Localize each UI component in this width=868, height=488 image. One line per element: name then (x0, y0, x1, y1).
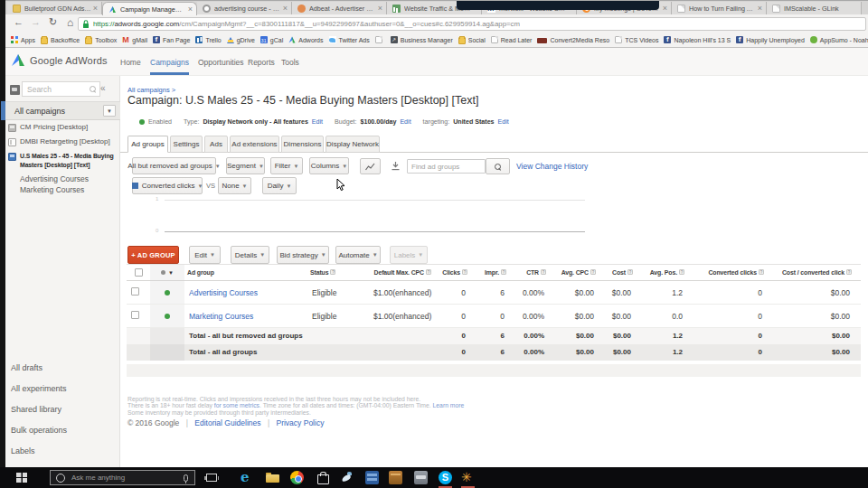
col-cost[interactable]: Cost? (599, 265, 636, 281)
edit-budget-link[interactable]: Edit (400, 118, 410, 126)
nav-reports[interactable]: Reports (248, 58, 275, 67)
sidebar-campaign-selected[interactable]: U.S Males 25 - 45 - Media Buying Masters… (5, 152, 120, 169)
refresh-icon[interactable]: ↻ (49, 16, 57, 28)
breadcrumb[interactable]: All campaigns > (127, 86, 175, 94)
close-icon[interactable]: × (93, 5, 98, 13)
download-button[interactable] (386, 158, 405, 174)
tab-display-network[interactable]: Display Network (326, 136, 380, 153)
tab-dimensions[interactable]: Dimensions (281, 136, 324, 153)
tab-settings[interactable]: Settings (170, 136, 203, 153)
help-icon[interactable]: ? (679, 269, 684, 275)
browser-tab[interactable]: Adbeat - Advertiser Profi × (292, 2, 387, 15)
bookmark[interactable]: Convert2Media Reso (537, 37, 609, 43)
tab-ad-groups[interactable]: Ad groups (127, 136, 168, 153)
interval-dropdown[interactable]: Daily▼ (262, 177, 297, 194)
task-view-button[interactable] (206, 474, 217, 482)
row-checkbox[interactable] (127, 305, 150, 328)
sidebar-adgroup[interactable]: Advertising Courses (20, 174, 89, 183)
media-app-icon[interactable] (414, 471, 428, 484)
edit-dropdown[interactable]: Edit▼ (189, 246, 221, 264)
bookmark[interactable]: gDrive (227, 37, 255, 43)
compare-dropdown[interactable]: None▼ (218, 177, 251, 194)
chevron-down-icon[interactable]: ▼ (103, 105, 116, 117)
row-status-dot[interactable] (150, 305, 184, 328)
sidebar-search-input[interactable] (22, 81, 100, 97)
help-icon[interactable]: ? (846, 269, 852, 275)
learn-more-link[interactable]: Learn more (433, 402, 465, 408)
close-icon[interactable]: × (188, 5, 193, 14)
help-icon[interactable]: ? (426, 269, 431, 275)
col-clicks[interactable]: Clicks? (434, 265, 470, 281)
chrome-icon[interactable] (290, 471, 304, 484)
browser-tab[interactable]: Bulletproof GDN Ads Ski × (7, 2, 102, 15)
close-icon[interactable]: × (758, 5, 762, 13)
bookmark[interactable]: Napoleon Hill's 13 S (664, 36, 731, 43)
find-search-button[interactable] (486, 158, 510, 174)
edge-icon[interactable]: e (241, 471, 254, 484)
ad-group-link[interactable]: Advertising Courses (189, 288, 258, 297)
url-bar[interactable]: https://adwords.google.com/cm/CampaignMg… (78, 17, 866, 31)
sidebar-campaign[interactable]: DMBI Retargeting [Desktop] (5, 137, 120, 147)
bookmark[interactable]: Toolbox (85, 36, 117, 44)
col-impr[interactable]: Impr.? (470, 265, 509, 281)
for-some-metrics-link[interactable]: for some metrics (214, 402, 259, 408)
bookmark[interactable]: gMail (122, 36, 147, 43)
nav-campaigns[interactable]: Campaigns (150, 58, 189, 75)
bookmark[interactable]: TCS Videos (615, 36, 658, 43)
bookmark[interactable]: Business Manager (391, 36, 453, 43)
back-icon[interactable]: ← (14, 16, 24, 27)
col-status[interactable]: Status? (307, 265, 369, 281)
help-icon[interactable]: ? (759, 269, 764, 275)
filter-dropdown[interactable]: Filter▼ (270, 157, 303, 174)
bookmark[interactable]: Trello (195, 36, 221, 43)
archive-app-icon[interactable] (389, 471, 402, 484)
browser-tab[interactable]: IMScalable - GLink (767, 2, 862, 15)
file-explorer-icon[interactable] (266, 474, 279, 483)
bookmark[interactable]: Happily Unemployed (736, 36, 805, 43)
close-icon[interactable]: × (663, 5, 667, 13)
columns-dropdown[interactable]: Columns▼ (309, 157, 349, 174)
sidebar-campaign[interactable]: CM Pricing [Desktop] (5, 123, 120, 133)
tab-ad-extensions[interactable]: Ad extensions (230, 136, 279, 153)
skype-icon[interactable]: S (439, 471, 452, 484)
sidebar-adgroup[interactable]: Marketing Courses (20, 185, 84, 194)
windows-store-icon[interactable] (316, 471, 329, 484)
home-icon[interactable]: ⌂ (67, 16, 73, 29)
select-all-checkbox[interactable] (127, 265, 150, 281)
bird-app-icon[interactable] (340, 471, 354, 484)
sidebar-item-bulk-operations[interactable]: Bulk operations (11, 426, 67, 435)
add-ad-group-button[interactable]: + AD GROUP (127, 246, 179, 264)
help-icon[interactable]: ? (590, 269, 596, 275)
help-icon[interactable]: ? (501, 269, 506, 275)
col-default-max-cpc[interactable]: Default Max. CPC? (369, 265, 434, 281)
edit-targeting-link[interactable]: Edit (498, 118, 509, 126)
microphone-icon[interactable] (184, 474, 188, 482)
find-ad-groups-input[interactable] (407, 159, 486, 174)
bookmark[interactable]: Read Later (491, 36, 533, 43)
view-change-history-link[interactable]: View Change History (516, 162, 588, 171)
bookmark[interactable]: Fan Page (153, 36, 190, 43)
chart-toggle-button[interactable] (360, 158, 381, 174)
close-icon[interactable]: × (378, 5, 382, 13)
privacy-policy-link[interactable]: Privacy Policy (276, 418, 324, 427)
row-status-dot[interactable] (150, 281, 184, 305)
start-button[interactable] (16, 473, 27, 483)
bookmark[interactable] (375, 36, 385, 43)
nav-home[interactable]: Home (120, 58, 141, 67)
help-icon[interactable]: ? (330, 269, 335, 275)
metric-dropdown[interactable]: Converted clicks▼ (132, 177, 203, 194)
col-converted-clicks[interactable]: Converted clicks? (687, 265, 767, 281)
nav-tools[interactable]: Tools (281, 58, 299, 67)
taskbar-search-box[interactable]: Ask me anything (50, 470, 195, 485)
sidebar-folder-button[interactable] (10, 85, 20, 95)
sidebar-item-labels[interactable]: Labels (11, 446, 35, 455)
editorial-guidelines-link[interactable]: Editorial Guidelines (194, 418, 260, 427)
row-checkbox[interactable] (127, 281, 150, 305)
bookmark[interactable]: AppSumo - Noah Ka (810, 36, 868, 43)
bookmark[interactable]: Twitter Ads (329, 36, 370, 43)
all-campaigns-header[interactable]: All campaigns ▼ (5, 101, 120, 120)
bookmark[interactable]: Social (458, 36, 486, 44)
help-icon[interactable]: ? (627, 269, 633, 275)
help-icon[interactable]: ? (462, 269, 467, 275)
help-icon[interactable]: ? (541, 269, 546, 275)
